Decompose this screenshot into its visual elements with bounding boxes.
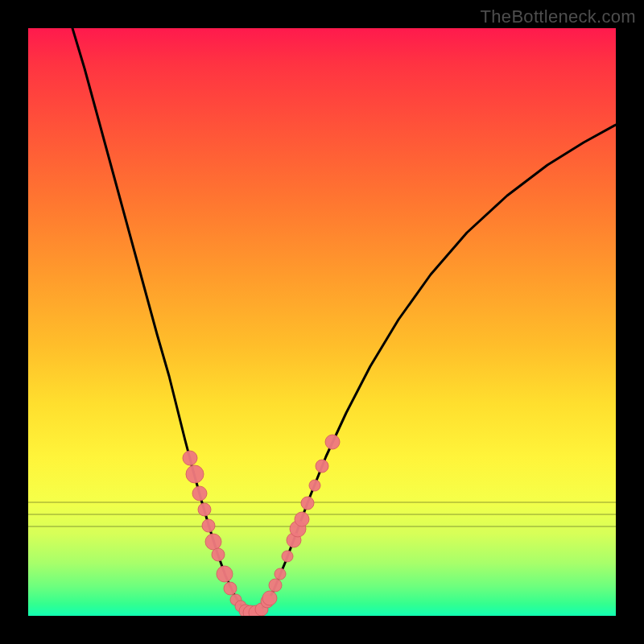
- svg-point-17: [269, 579, 282, 592]
- watermark-text: TheBottleneck.com: [481, 6, 636, 27]
- svg-point-22: [295, 512, 309, 526]
- svg-point-23: [301, 497, 314, 510]
- bottleneck-curve: [72, 28, 616, 613]
- svg-point-2: [192, 486, 207, 501]
- chart-svg: [28, 28, 616, 616]
- svg-point-25: [316, 460, 328, 473]
- data-markers: [183, 435, 340, 616]
- svg-point-3: [198, 503, 211, 516]
- plot-area: [28, 28, 616, 616]
- svg-point-7: [217, 566, 233, 582]
- svg-point-26: [325, 435, 340, 449]
- svg-point-6: [212, 548, 225, 561]
- svg-point-24: [309, 480, 320, 491]
- svg-point-18: [275, 568, 286, 580]
- svg-point-16: [262, 591, 277, 605]
- svg-point-0: [183, 451, 197, 465]
- svg-point-19: [282, 551, 293, 562]
- svg-point-5: [205, 534, 221, 550]
- svg-point-4: [202, 519, 215, 532]
- svg-point-8: [224, 582, 237, 595]
- chart-container: TheBottleneck.com: [0, 0, 644, 644]
- svg-point-1: [186, 465, 204, 483]
